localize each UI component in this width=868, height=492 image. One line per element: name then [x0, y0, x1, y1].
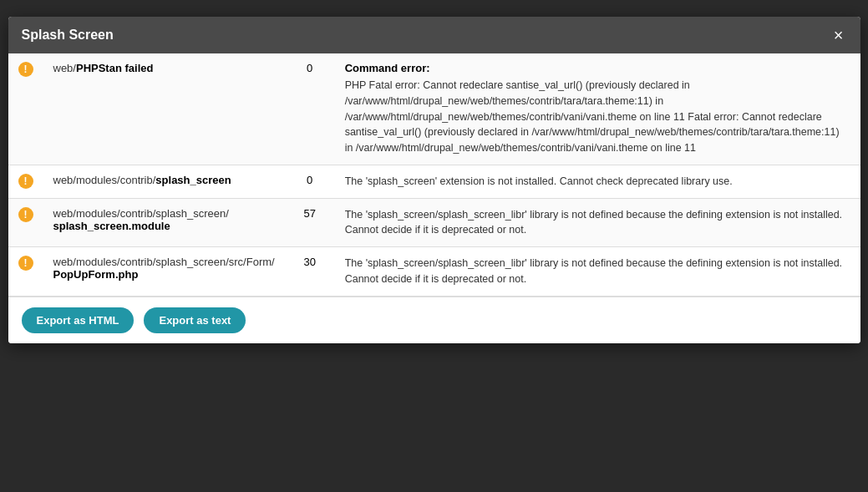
- export-html-button[interactable]: Export as HTML: [22, 307, 135, 333]
- file-name-cell: web/modules/contrib/splash_screen/ splas…: [43, 198, 285, 247]
- file-path-bold: splash_screen.module: [53, 220, 170, 232]
- modal-header: Splash Screen ×: [8, 17, 860, 53]
- message-cell: The 'splash_screen/splash_screen_libr' l…: [335, 198, 860, 247]
- table-row: !web/PHPStan failed0Command error:PHP Fa…: [8, 53, 860, 165]
- warning-icon-cell: !: [8, 198, 43, 247]
- file-name-cell: web/PHPStan failed: [43, 53, 285, 165]
- error-body: The 'splash_screen' extension is not ins…: [345, 175, 733, 187]
- warning-icon-cell: !: [8, 53, 43, 165]
- file-path-prefix: web/modules/contrib/splash_screen/src/Fo…: [53, 256, 275, 268]
- table-row: !web/modules/contrib/splash_screen0The '…: [8, 165, 860, 198]
- count-cell: 0: [285, 165, 335, 198]
- count-cell: 30: [285, 247, 335, 297]
- file-name-cell: web/modules/contrib/splash_screen/src/Fo…: [43, 247, 285, 297]
- table-row: !web/modules/contrib/splash_screen/ spla…: [8, 198, 860, 247]
- warning-icon-cell: !: [8, 247, 43, 297]
- message-cell: The 'splash_screen' extension is not ins…: [335, 165, 860, 198]
- message-cell: Command error:PHP Fatal error: Cannot re…: [335, 53, 860, 165]
- file-path-prefix: web/modules/contrib/splash_screen/: [53, 207, 229, 220]
- count-cell: 0: [285, 53, 335, 165]
- export-text-button[interactable]: Export as text: [144, 307, 246, 333]
- file-path-prefix: web/modules/contrib/: [53, 174, 156, 186]
- warning-icon: !: [18, 62, 33, 77]
- file-path-bold: PHPStan failed: [76, 62, 153, 74]
- modal: Splash Screen × !web/PHPStan failed0Comm…: [8, 17, 860, 343]
- warning-icon: !: [18, 207, 33, 222]
- file-name-cell: web/modules/contrib/splash_screen: [43, 165, 285, 198]
- modal-title: Splash Screen: [22, 28, 114, 43]
- table-row: !web/modules/contrib/splash_screen/src/F…: [8, 247, 860, 297]
- close-button[interactable]: ×: [830, 27, 847, 43]
- count-cell: 57: [285, 198, 335, 247]
- file-path-bold: splash_screen: [155, 174, 231, 186]
- modal-overlay: Splash Screen × !web/PHPStan failed0Comm…: [0, 0, 868, 492]
- warning-icon-cell: !: [8, 165, 43, 198]
- warning-icon: !: [18, 256, 33, 271]
- results-table: !web/PHPStan failed0Command error:PHP Fa…: [8, 53, 860, 297]
- file-path-bold: PopUpForm.php: [53, 268, 139, 281]
- error-body: The 'splash_screen/splash_screen_libr' l…: [345, 209, 842, 236]
- message-cell: The 'splash_screen/splash_screen_libr' l…: [335, 247, 860, 297]
- modal-footer: Export as HTML Export as text: [8, 297, 860, 343]
- error-body: The 'splash_screen/splash_screen_libr' l…: [345, 257, 842, 285]
- file-path-prefix: web/: [53, 62, 76, 74]
- warning-icon: !: [18, 174, 33, 189]
- error-title: Command error:: [345, 62, 850, 74]
- error-body: PHP Fatal error: Cannot redeclare santis…: [345, 79, 840, 154]
- modal-body: !web/PHPStan failed0Command error:PHP Fa…: [8, 53, 860, 297]
